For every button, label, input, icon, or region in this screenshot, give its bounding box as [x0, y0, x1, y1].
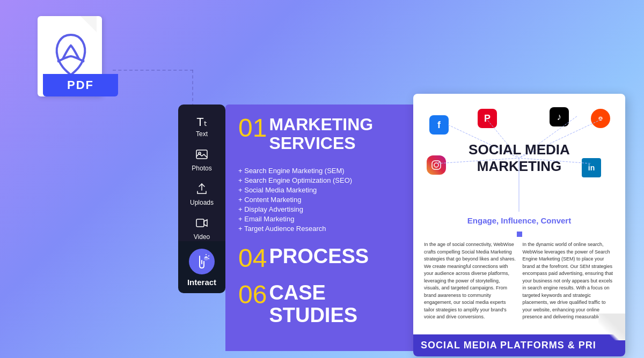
pdf-icon-container: PDF: [27, 16, 113, 102]
svg-line-6: [208, 258, 209, 259]
service-item: Search Engine Marketing (SEM): [238, 167, 408, 175]
interact-label: Interact: [187, 278, 216, 287]
social-media-panel: f P ♪ in: [413, 94, 625, 356]
acrobat-logo: [49, 29, 92, 78]
section-marketing: 01 MARKETINGSERVICES Search Engine Marke…: [238, 115, 408, 233]
text-icon: Tₜ: [196, 115, 207, 129]
svg-line-5: [208, 256, 209, 256]
section1-title: MARKETINGSERVICES: [269, 115, 373, 153]
blue-dot: [517, 232, 522, 237]
document-panel: 01 MARKETINGSERVICES Search Engine Marke…: [225, 105, 421, 351]
sidebar-uploads-label: Uploads: [190, 199, 214, 206]
social-tagline: Engage, Influence, Convert: [424, 216, 614, 225]
service-item: Display Advertising: [238, 205, 408, 213]
pdf-paper: PDF: [38, 16, 102, 96]
sidebar-text-label: Text: [196, 130, 208, 138]
sidebar-toolbar: Tₜ Text Photos Uploads: [178, 105, 225, 251]
social-icons-area: f P ♪ in: [424, 105, 614, 212]
text-col-left: In the age of social connectivity, WebWi…: [424, 241, 516, 321]
bottom-bar: SOCIAL MEDIA PLATFORMS & PRI: [413, 334, 625, 356]
svg-rect-2: [196, 219, 204, 227]
video-icon: [196, 217, 208, 232]
interact-button[interactable]: Interact: [178, 241, 225, 293]
photos-icon: [196, 148, 208, 163]
sidebar-photos-label: Photos: [192, 165, 211, 172]
social-media-title: SOCIAL MEDIAMARKETING: [469, 141, 570, 175]
text-columns: In the age of social connectivity, WebWi…: [424, 241, 614, 321]
section3-title: CASE STUDIES: [269, 282, 408, 327]
interact-icon: [189, 249, 215, 274]
doc-content: 01 MARKETINGSERVICES Search Engine Marke…: [225, 105, 421, 346]
section-process: 04 PROCESS: [238, 245, 408, 277]
service-list: Search Engine Marketing (SEM) Search Eng…: [238, 167, 408, 233]
section-case-studies: 06 CASE STUDIES: [238, 282, 408, 335]
pdf-icon: PDF: [32, 16, 107, 102]
pdf-label-bar: PDF: [43, 74, 118, 96]
service-item: Search Engine Optimization (SEO): [238, 176, 408, 184]
sidebar-item-photos[interactable]: Photos: [178, 143, 225, 177]
text-col-right: In the dynamic world of online search, W…: [523, 241, 615, 321]
sidebar-item-text[interactable]: Tₜ Text: [178, 110, 225, 143]
section2-number: 04: [238, 245, 267, 271]
service-item: Target Audience Research: [238, 225, 408, 233]
service-item: Email Marketing: [238, 215, 408, 223]
sidebar-item-uploads[interactable]: Uploads: [178, 177, 225, 212]
sidebar-video-label: Video: [194, 233, 210, 241]
pdf-label: PDF: [67, 78, 94, 92]
service-item: Content Marketing: [238, 196, 408, 204]
section3-number: 06: [238, 282, 267, 308]
social-panel-inner: f P ♪ in: [413, 94, 625, 332]
service-item: Social Media Marketing: [238, 186, 408, 194]
section1-number: 01: [238, 115, 267, 141]
uploads-icon: [196, 183, 208, 198]
section2-title: PROCESS: [269, 245, 369, 268]
bottom-bar-text: SOCIAL MEDIA PLATFORMS & PRI: [421, 340, 596, 350]
dashed-line-horizontal: [113, 70, 193, 71]
